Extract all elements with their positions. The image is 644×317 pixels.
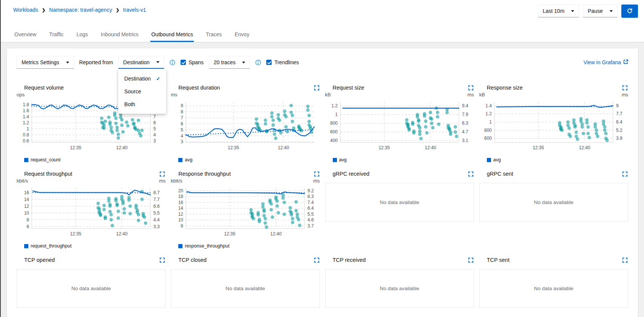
expand-chart-button[interactable]: [622, 257, 628, 263]
svg-text:6.4: 6.4: [616, 119, 622, 125]
svg-text:8.7: 8.7: [153, 190, 160, 195]
svg-text:3: 3: [153, 138, 156, 144]
info-icon[interactable]: [170, 60, 175, 65]
spans-checkbox[interactable]: [181, 60, 186, 65]
traces-count-select[interactable]: 20 traces: [209, 56, 250, 69]
expand-chart-button[interactable]: [159, 171, 165, 177]
chart-title: TCP received: [333, 257, 366, 263]
external-link-icon: [623, 59, 628, 65]
no-data-panel: No data available: [479, 269, 628, 308]
tab-overview[interactable]: Overview: [14, 28, 37, 42]
refresh-button[interactable]: [621, 5, 638, 18]
svg-text:3.9: 3.9: [616, 136, 622, 141]
svg-text:1: 1: [489, 119, 492, 125]
reported-from-value: Destination: [123, 59, 150, 65]
svg-text:9.2: 9.2: [307, 188, 314, 193]
svg-text:8.3: 8.3: [307, 194, 314, 199]
svg-text:4.7: 4.7: [462, 129, 468, 135]
legend-item[interactable]: response_throughput: [178, 243, 320, 249]
svg-text:9: 9: [616, 103, 619, 108]
svg-text:800: 800: [484, 128, 492, 133]
tab-logs[interactable]: Logs: [76, 28, 88, 42]
legend-item[interactable]: request_throughput: [24, 243, 165, 249]
svg-text:5.5: 5.5: [307, 212, 314, 217]
chart-svg: 12:3512:40209.2188.3167.4146.4125.5104.6…: [171, 184, 320, 241]
svg-text:12:35: 12:35: [70, 145, 81, 150]
refresh-icon: [627, 8, 633, 15]
chart-panel-tcp-received: TCP receivedNo data available: [325, 256, 474, 308]
svg-text:7.4: 7.4: [307, 200, 314, 205]
tab-bar: Overview Traffic Logs Inbound Metrics Ou…: [1, 28, 644, 42]
svg-text:1: 1: [26, 126, 29, 131]
menu-item-source[interactable]: Source: [118, 85, 166, 98]
right-axis-unit: ms: [159, 178, 165, 184]
chart-panel-request-throughput: Request throughputkbit/sms12:3512:40168.…: [17, 170, 165, 249]
legend-item[interactable]: request_count: [24, 157, 165, 162]
svg-text:8: 8: [26, 217, 29, 223]
svg-text:8: 8: [181, 223, 184, 229]
trendlines-checkbox[interactable]: [266, 60, 272, 65]
svg-text:12:35: 12:35: [224, 231, 235, 237]
breadcrumb-workload-name[interactable]: travels-v1: [123, 7, 146, 13]
breadcrumb-workloads[interactable]: Workloads: [13, 7, 38, 13]
breadcrumb-namespace[interactable]: Namespace: travel-agency: [49, 7, 112, 13]
expand-chart-button[interactable]: [314, 257, 320, 263]
svg-text:12: 12: [24, 204, 29, 209]
menu-item-both[interactable]: Both: [118, 98, 166, 111]
tab-outbound-metrics[interactable]: Outbound Metrics: [150, 28, 194, 42]
reported-from-select[interactable]: Destination: [118, 56, 164, 69]
legend-item[interactable]: avg: [333, 157, 474, 162]
expand-chart-button[interactable]: [468, 85, 474, 91]
tab-inbound-metrics[interactable]: Inbound Metrics: [100, 28, 139, 42]
legend-item[interactable]: avg: [487, 157, 628, 162]
expand-icon: [468, 258, 473, 264]
tab-traffic[interactable]: Traffic: [48, 28, 64, 42]
metrics-settings-select[interactable]: Metrics Settings: [17, 56, 74, 69]
menu-item-destination[interactable]: Destination ✓: [118, 72, 166, 85]
tab-traces[interactable]: Traces: [205, 28, 222, 42]
svg-text:1.2: 1.2: [485, 111, 492, 116]
svg-text:1.4: 1.4: [485, 103, 492, 108]
duration-select[interactable]: Last 10m: [538, 5, 579, 17]
svg-text:6.4: 6.4: [307, 206, 314, 211]
svg-text:5: 5: [181, 127, 184, 133]
right-axis-unit: ms: [622, 92, 628, 98]
view-in-grafana-link[interactable]: View in Grafana: [584, 59, 628, 65]
expand-chart-button[interactable]: [314, 171, 320, 177]
svg-text:16: 16: [24, 190, 29, 195]
chart-panel-grpc-sent: gRPC sentNo data available: [479, 170, 628, 222]
expand-chart-button[interactable]: [468, 257, 474, 263]
svg-text:600: 600: [330, 129, 337, 135]
chart-panel-response-throughput: Response throughputkbit/sms12:3512:40209…: [171, 170, 320, 249]
chart-title: TCP sent: [487, 257, 510, 263]
refresh-mode-select[interactable]: Pause: [583, 5, 618, 17]
svg-text:0.8: 0.8: [23, 132, 29, 138]
expand-chart-button[interactable]: [622, 171, 628, 177]
legend-label: avg: [493, 157, 501, 162]
expand-chart-button[interactable]: [468, 171, 474, 177]
expand-icon: [314, 258, 319, 264]
no-data-text: No data available: [71, 286, 111, 291]
charts-grid: Request volumeopsms12:3512:401.891.681.4…: [17, 84, 628, 308]
legend-item[interactable]: avg: [178, 157, 320, 162]
chart-svg: 12:3512:401.491.27.716.48005.26003.9: [479, 98, 628, 155]
expand-chart-button[interactable]: [159, 257, 165, 263]
svg-text:3.1: 3.1: [462, 138, 468, 143]
svg-text:6: 6: [153, 120, 156, 125]
info-icon[interactable]: [255, 60, 261, 65]
chart-svg: 12:3512:409876543: [171, 98, 320, 155]
svg-text:12:35: 12:35: [378, 145, 390, 150]
trendlines-label: Trendlines: [274, 59, 299, 65]
svg-text:1.2: 1.2: [331, 103, 338, 108]
expand-chart-button[interactable]: [622, 85, 628, 91]
svg-text:4.6: 4.6: [307, 217, 314, 223]
chart-title: TCP closed: [178, 257, 207, 263]
no-data-text: No data available: [225, 286, 265, 291]
expand-chart-button[interactable]: [314, 85, 320, 91]
chart-title: Response size: [487, 85, 523, 91]
tab-envoy[interactable]: Envoy: [234, 28, 250, 42]
svg-text:7.7: 7.7: [616, 111, 622, 116]
svg-text:1: 1: [335, 112, 338, 117]
chart-title: Request size: [333, 85, 364, 91]
svg-text:1.8: 1.8: [23, 102, 29, 107]
